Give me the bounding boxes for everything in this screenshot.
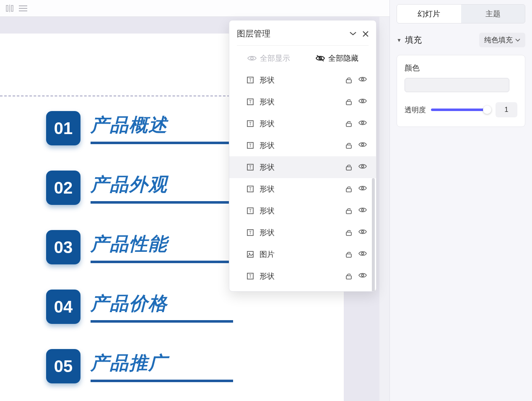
toc-title: 产品概述 (91, 113, 233, 137)
svg-text:T: T (249, 230, 252, 235)
layer-row[interactable]: 图片 (229, 243, 376, 265)
toc-underline (91, 320, 233, 323)
eye-icon[interactable] (358, 207, 367, 215)
svg-rect-27 (346, 167, 351, 170)
unlock-icon[interactable] (345, 76, 353, 84)
color-swatch[interactable] (405, 78, 509, 92)
svg-point-12 (361, 78, 363, 80)
svg-point-48 (361, 274, 363, 276)
layer-row[interactable]: T形状 (229, 156, 376, 178)
unlock-icon[interactable] (345, 272, 353, 280)
fill-type-dropdown[interactable]: 纯色填充 (479, 33, 525, 47)
tab-theme[interactable]: 主题 (461, 5, 525, 23)
justify-icon[interactable] (18, 4, 28, 13)
toc-item[interactable]: 05 产品推广 (46, 349, 344, 383)
eye-icon (247, 55, 257, 62)
svg-point-32 (361, 187, 363, 189)
shape-icon: T (246, 272, 254, 280)
layer-label: 图片 (260, 249, 275, 259)
caret-down-icon[interactable]: ▼ (397, 37, 402, 43)
layer-row[interactable]: T形状 (229, 222, 376, 243)
layer-label: 形状 (260, 75, 275, 85)
scrollbar[interactable] (372, 178, 375, 291)
opacity-slider[interactable] (431, 109, 490, 111)
shape-icon: T (246, 185, 254, 193)
fill-card: 颜色 透明度 1 (397, 55, 525, 127)
layer-row[interactable]: T形状 (229, 265, 376, 287)
layer-label: 形状 (260, 271, 275, 281)
eye-icon[interactable] (358, 120, 367, 127)
layer-row[interactable]: T形状 (229, 113, 376, 135)
toc-number-badge: 03 (46, 230, 80, 264)
hide-all-button[interactable]: 全部隐藏 (316, 53, 358, 63)
svg-rect-39 (346, 232, 351, 235)
svg-text:T: T (249, 274, 252, 279)
chevron-down-icon (515, 39, 520, 42)
svg-rect-11 (346, 80, 351, 83)
show-all-button[interactable]: 全部显示 (247, 53, 290, 63)
toc-number-badge: 05 (46, 349, 80, 383)
collapse-icon[interactable] (349, 31, 357, 37)
eye-off-icon (316, 54, 325, 62)
toc-underline (91, 261, 233, 263)
unlock-icon[interactable] (345, 163, 353, 171)
eye-icon[interactable] (358, 76, 367, 84)
svg-rect-47 (346, 276, 351, 279)
svg-point-16 (361, 100, 363, 102)
fill-type-label: 纯色填充 (484, 35, 513, 45)
svg-rect-15 (346, 101, 351, 105)
svg-point-36 (361, 209, 363, 211)
toc-underline (91, 142, 233, 144)
layer-row[interactable]: T形状 (229, 135, 376, 156)
layer-row[interactable]: T形状 (229, 69, 376, 91)
slider-knob[interactable] (483, 106, 491, 114)
layer-label: 形状 (260, 206, 275, 216)
svg-text:T: T (249, 78, 252, 83)
eye-icon[interactable] (358, 142, 367, 149)
toc-title: 产品性能 (91, 232, 233, 256)
svg-rect-1 (11, 5, 13, 11)
toc-item[interactable]: 04 产品价格 (46, 290, 344, 324)
svg-text:T: T (249, 122, 252, 126)
svg-point-40 (361, 230, 363, 233)
svg-point-44 (361, 252, 363, 254)
unlock-icon[interactable] (345, 251, 353, 258)
unlock-icon[interactable] (345, 98, 353, 106)
layer-row[interactable]: T形状 (229, 91, 376, 113)
layer-row[interactable]: T形状 (229, 178, 376, 200)
hide-all-label: 全部隐藏 (328, 53, 358, 63)
unlock-icon[interactable] (345, 229, 353, 236)
layer-label: 形状 (260, 162, 275, 172)
unlock-icon[interactable] (345, 207, 353, 215)
shape-icon: T (246, 207, 254, 215)
image-icon (246, 250, 254, 259)
eye-icon[interactable] (358, 163, 367, 171)
unlock-icon[interactable] (345, 185, 353, 193)
toc-number-badge: 02 (46, 171, 80, 205)
layer-panel: 图层管理 全部显示 全部隐藏 T形状T形状T形状T形状T形状T形状T形状T形状图… (229, 20, 376, 292)
tab-slide[interactable]: 幻灯片 (397, 5, 461, 23)
eye-icon[interactable] (358, 98, 367, 106)
toc-title: 产品推广 (91, 351, 233, 375)
toc-number-badge: 04 (46, 290, 80, 324)
close-icon[interactable] (363, 31, 369, 37)
eye-icon[interactable] (358, 229, 367, 236)
toc-underline (91, 380, 233, 382)
unlock-icon[interactable] (345, 142, 353, 149)
color-label: 颜色 (405, 63, 517, 73)
shape-icon: T (246, 98, 254, 106)
layer-label: 形状 (260, 119, 275, 129)
layer-label: 形状 (260, 97, 275, 107)
right-sidebar: 幻灯片 主题 ▼ 填充 纯色填充 颜色 透明度 1 (389, 0, 532, 401)
svg-rect-31 (346, 189, 351, 192)
opacity-value[interactable]: 1 (496, 102, 517, 117)
eye-icon[interactable] (358, 272, 367, 280)
align-distribute-icon[interactable] (5, 4, 14, 13)
layer-panel-title: 图层管理 (237, 28, 270, 39)
unlock-icon[interactable] (345, 120, 353, 127)
svg-text:T: T (249, 143, 252, 148)
shape-icon: T (246, 228, 254, 237)
eye-icon[interactable] (358, 251, 367, 258)
eye-icon[interactable] (358, 185, 367, 193)
layer-row[interactable]: T形状 (229, 200, 376, 222)
